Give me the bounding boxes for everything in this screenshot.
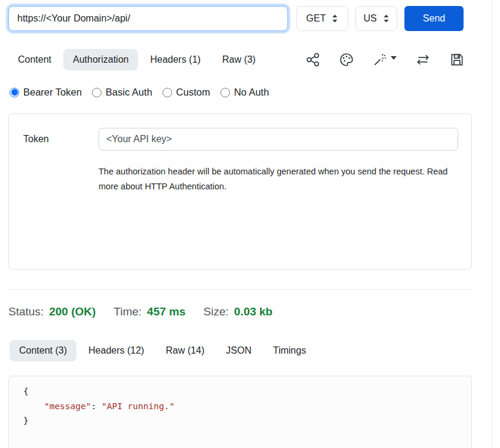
magic-wand-icon[interactable] <box>372 52 397 67</box>
region-select-value: US <box>363 13 376 24</box>
response-tab-headers-12[interactable]: Headers (12) <box>79 340 154 361</box>
palette-icon[interactable] <box>339 52 354 67</box>
code-token-string: "message" <box>44 401 91 411</box>
auth-option-label: No Auth <box>234 87 269 98</box>
token-row: Token <box>23 128 458 151</box>
code-token-string: "API running." <box>102 401 174 411</box>
response-tab-json[interactable]: JSON <box>216 340 261 361</box>
request-bar: GET US Send <box>0 0 464 31</box>
region-select[interactable]: US <box>355 6 397 31</box>
response-status-line: Status: 200 (OK) Time: 457 ms Size: 0.03… <box>8 305 500 318</box>
code-line: } <box>23 413 471 428</box>
code-token-plain: } <box>23 416 29 425</box>
response-tab-timings[interactable]: Timings <box>263 340 315 361</box>
request-tab-authorization[interactable]: Authorization <box>63 49 138 70</box>
code-token-plain: { <box>23 386 29 396</box>
token-label: Token <box>23 134 99 145</box>
method-select-value: GET <box>306 13 326 24</box>
time-group: Time: 457 ms <box>114 305 185 318</box>
size-group: Size: 0.03 kb <box>204 305 273 318</box>
time-label: Time: <box>114 305 142 318</box>
caret-down-icon <box>391 56 397 60</box>
size-label: Size: <box>204 305 229 318</box>
auth-option-label: Custom <box>176 87 210 98</box>
radio-bearer-token[interactable] <box>10 88 19 97</box>
request-tab-raw-3[interactable]: Raw (3) <box>213 49 265 70</box>
auth-type-options: Bearer TokenBasic AuthCustomNo Auth <box>10 87 500 98</box>
method-select[interactable]: GET <box>296 6 348 31</box>
right-column-divider <box>492 0 492 448</box>
radio-basic-auth[interactable] <box>92 88 102 97</box>
api-tester-page: GET US Send ContentAuthorizationHeaders … <box>0 0 500 448</box>
request-tabs: ContentAuthorizationHeaders (1)Raw (3) <box>8 49 268 70</box>
code-line: "message": "API running." <box>23 399 471 414</box>
time-value: 457 ms <box>147 305 185 318</box>
response-tab-raw-14[interactable]: Raw (14) <box>156 340 214 361</box>
code-token-plain: : <box>91 401 102 411</box>
url-input[interactable] <box>8 6 288 31</box>
save-icon[interactable] <box>449 52 465 67</box>
send-button[interactable]: Send <box>404 6 464 31</box>
code-line: { <box>23 384 471 399</box>
auth-option-label: Bearer Token <box>23 87 82 98</box>
request-tab-headers-1[interactable]: Headers (1) <box>140 49 210 70</box>
swap-arrows-icon[interactable] <box>415 52 431 67</box>
updown-arrows-icon <box>383 14 389 23</box>
response-tabs: Content (3)Headers (12)Raw (14)JSONTimin… <box>10 340 473 361</box>
response-tab-content-3[interactable]: Content (3) <box>10 340 76 361</box>
request-tabs-row: ContentAuthorizationHeaders (1)Raw (3) <box>8 49 472 70</box>
status-label: Status: <box>8 305 44 318</box>
section-divider <box>6 289 472 290</box>
auth-option-custom[interactable]: Custom <box>162 87 210 98</box>
auth-option-bearer-token[interactable]: Bearer Token <box>10 87 82 98</box>
code-token-plain <box>23 401 44 411</box>
token-panel: Token The authorization header will be a… <box>8 113 472 269</box>
auth-help-text: The authorization header will be automat… <box>99 164 457 194</box>
size-value: 0.03 kb <box>234 305 272 318</box>
response-body: { "message": "API running."} <box>8 376 472 448</box>
request-tab-content[interactable]: Content <box>8 49 61 70</box>
request-toolbar <box>305 52 472 67</box>
updown-arrows-icon <box>332 14 338 23</box>
radio-custom[interactable] <box>162 88 172 97</box>
status-value: 200 (OK) <box>49 305 96 318</box>
radio-no-auth[interactable] <box>220 88 230 97</box>
status-group: Status: 200 (OK) <box>8 305 96 318</box>
share-icon[interactable] <box>305 52 321 67</box>
token-input[interactable] <box>99 128 458 151</box>
auth-option-basic-auth[interactable]: Basic Auth <box>92 87 152 98</box>
auth-option-label: Basic Auth <box>106 87 152 98</box>
auth-option-no-auth[interactable]: No Auth <box>220 87 269 98</box>
